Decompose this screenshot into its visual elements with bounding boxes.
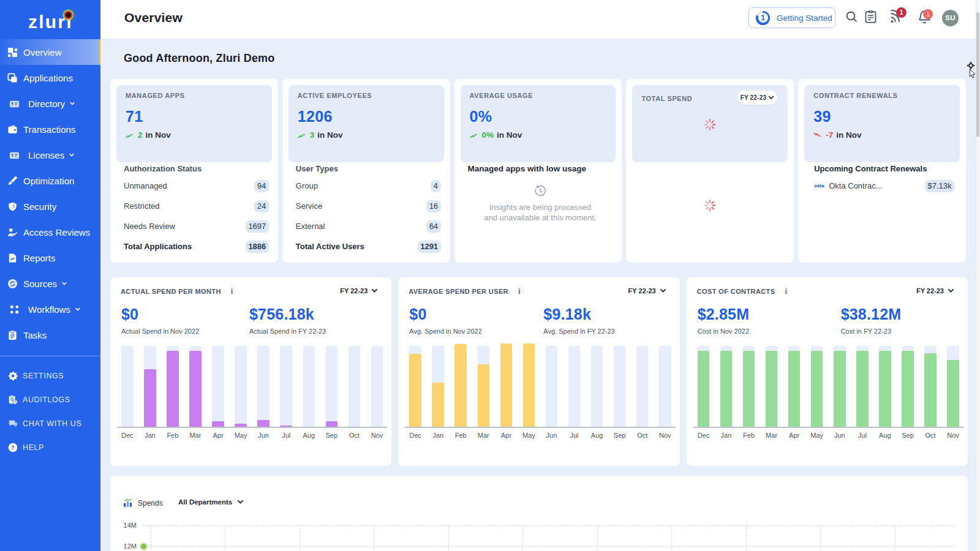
svg-text:?: ? (11, 444, 15, 451)
svg-text:okta: okta (814, 183, 824, 189)
